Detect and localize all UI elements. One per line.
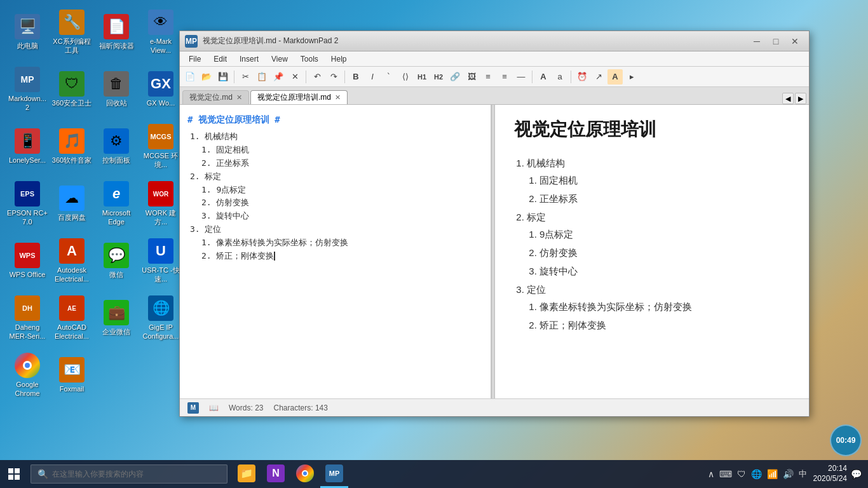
toolbar-olist[interactable]: ≡ (497, 69, 512, 85)
desktop-icon-360guard[interactable]: 🛡 360安全卫士 (50, 62, 94, 116)
menu-view[interactable]: View (265, 53, 294, 65)
taskbar-tray-icons: ∧ ⌨ 🛡 🌐 📶 🔊 中 (708, 468, 807, 480)
toolbar-bold[interactable]: B (348, 69, 363, 85)
toolbar-sep-5 (571, 71, 571, 83)
tray-arrow[interactable]: ∧ (708, 469, 714, 479)
desktop-icon-gxword[interactable]: GX GX Wo... (139, 62, 183, 116)
desktop-icon-label: AutoCAD Electrical... (50, 323, 93, 340)
desktop-icon-foxmail[interactable]: 📧 Foxmail (50, 348, 94, 402)
menu-help[interactable]: Help (325, 53, 353, 65)
editor-pane[interactable]: # 视觉定位原理培训 # 1. 机械结构 1. 固定相机 2. 正坐标系 2. … (180, 105, 491, 398)
desktop-icon-label: e-Mark View... (139, 37, 182, 54)
taskbar-clock[interactable]: 20:14 2020/5/24 (813, 464, 847, 484)
taskbar-search-box[interactable]: 🔍 (31, 464, 227, 484)
desktop-icon-controlpanel[interactable]: ⚙ 控制面板 (94, 119, 139, 173)
toolbar-highlight[interactable]: A (607, 69, 623, 85)
toolbar-export[interactable]: ↗ (591, 69, 606, 85)
editor-line: 3. 旋转中心 (201, 210, 483, 223)
tab-visual-pos[interactable]: 视觉定位.md ✕ (182, 90, 249, 104)
desktop-icon-computer[interactable]: 🖥️ 此电脑 (5, 5, 50, 59)
toolbar-open[interactable]: 📂 (199, 69, 214, 85)
desktop-icon-lonelyscreen[interactable]: 📱 LonelySer... (5, 119, 50, 173)
desktop-icon-epson[interactable]: EPS EPSON RC+ 7.0 (5, 177, 50, 231)
tray-notification[interactable]: 💬 (851, 469, 862, 479)
desktop-icon-work[interactable]: WOR WORK 建方... (139, 177, 183, 231)
statusbar-chars: Characters: 143 (274, 403, 328, 412)
editor-line: 2. 矫正；刚体变换 (201, 250, 483, 263)
tray-shield-360: 🛡 (737, 469, 746, 479)
toolbar-image[interactable]: 🖼 (464, 69, 479, 85)
desktop-icon-mcgse[interactable]: MCGS MCGSE 环境... (139, 119, 183, 173)
toolbar-link[interactable]: 🔗 (447, 69, 463, 85)
desktop-icon-dahua[interactable]: DH Daheng MER-Seri... (5, 291, 50, 345)
toolbar-italic[interactable]: I (365, 69, 380, 85)
toolbar-copy[interactable]: 📋 (254, 69, 269, 85)
maximize-button[interactable]: □ (767, 34, 785, 48)
desktop-icon-autocad-elec[interactable]: AE AutoCAD Electrical... (50, 291, 94, 345)
tab-nav-next[interactable]: ▶ (795, 93, 806, 104)
toolbar-undo[interactable]: ↶ (309, 69, 325, 85)
desktop-icon-label: 360软件音家 (52, 156, 92, 165)
markdownpad-taskbar-icon: MP (325, 464, 343, 482)
tray-lang[interactable]: 中 (799, 468, 807, 480)
desktop-icon-pdf-reader[interactable]: 📄 福昕阅读器 (94, 5, 139, 59)
tab-close-2[interactable]: ✕ (335, 93, 341, 102)
close-button[interactable]: ✕ (786, 34, 804, 48)
start-button[interactable] (0, 460, 28, 488)
svg-rect-2 (8, 475, 13, 480)
toolbar-h2[interactable]: H2 (431, 69, 446, 85)
tab-training[interactable]: 视觉定位原理培训.md ✕ (250, 90, 348, 104)
desktop-icon-qiyewx[interactable]: 💼 企业微信 (94, 291, 139, 345)
toolbar-code[interactable]: ` (381, 69, 397, 85)
desktop-icon-360music[interactable]: 🎵 360软件音家 (50, 119, 94, 173)
taskbar-app-onenote[interactable]: N (262, 460, 290, 488)
toolbar-h1[interactable]: H1 (414, 69, 430, 85)
minimize-button[interactable]: ─ (748, 34, 766, 48)
menu-tools[interactable]: Tools (294, 53, 325, 65)
editor-line: 1. 固定相机 (201, 144, 483, 157)
toolbar-more[interactable]: ▸ (624, 69, 639, 85)
toolbar-hr[interactable]: — (513, 69, 529, 85)
toolbar-delete[interactable]: ✕ (287, 69, 302, 85)
desktop-icon-wps[interactable]: WPS WPS Office (5, 234, 50, 288)
taskbar-search-input[interactable] (52, 470, 220, 478)
desktop-icon-usrtc[interactable]: U USR-TC -快速... (139, 234, 183, 288)
preview-item: 矫正；刚体变换 (539, 316, 790, 334)
toolbar-codeblock[interactable]: ⟨⟩ (398, 69, 413, 85)
desktop-icon-baidu[interactable]: ☁ 百度网盘 (50, 177, 94, 231)
menu-file[interactable]: File (182, 53, 207, 65)
menu-edit[interactable]: Edit (207, 53, 233, 65)
desktop-icon-emarkview[interactable]: 👁 e-Mark View... (139, 5, 183, 59)
desktop-icons-area: 🖥️ 此电脑 🔧 XC系列编程工具 📄 福昕阅读器 👁 e-Mark View.… (0, 0, 178, 394)
taskbar-app-explorer[interactable]: 📁 (233, 460, 261, 488)
toolbar-cut[interactable]: ✂ (238, 69, 253, 85)
taskbar-app-markdownpad[interactable]: MP (320, 460, 348, 488)
menu-insert[interactable]: Insert (233, 53, 265, 65)
toolbar-sep-3 (344, 71, 345, 83)
toolbar-timestamp[interactable]: ⏰ (574, 69, 590, 85)
toolbar-new[interactable]: 📄 (182, 69, 198, 85)
preview-item: 仿射变换 (539, 244, 790, 261)
desktop-icon-edge[interactable]: e Microsoft Edge (94, 177, 139, 231)
toolbar-save[interactable]: 💾 (215, 69, 231, 85)
preview-item: 9点标定 (539, 226, 790, 243)
toolbar-font-big[interactable]: A (536, 69, 551, 85)
desktop-icon-autodesk[interactable]: A Autodesk Electrical... (50, 234, 94, 288)
desktop-icon-xc-tools[interactable]: 🔧 XC系列编程工具 (50, 5, 94, 59)
toolbar-redo[interactable]: ↷ (326, 69, 341, 85)
desktop-icon-markdownpad[interactable]: MP Markdown... 2 (5, 62, 50, 116)
desktop-icon-chrome[interactable]: Google Chrome (5, 348, 50, 402)
desktop-icon-label: WPS Office (10, 271, 46, 279)
tab-nav-prev[interactable]: ◀ (782, 93, 794, 104)
toolbar-sep-4 (532, 71, 532, 83)
toolbar-ulist[interactable]: ≡ (480, 69, 496, 85)
clock-date: 2020/5/24 (813, 474, 847, 484)
toolbar-font-small[interactable]: a (552, 69, 567, 85)
toolbar-paste[interactable]: 📌 (271, 69, 286, 85)
desktop-icon-gige[interactable]: 🌐 GigE IP Configura... (139, 291, 183, 345)
desktop-icon-wechat[interactable]: 💬 微信 (94, 234, 139, 288)
taskbar-app-chrome[interactable] (291, 460, 319, 488)
desktop-icon-recycle[interactable]: 🗑 回收站 (94, 62, 139, 116)
tray-wifi: 📶 (767, 469, 778, 479)
tab-close-1[interactable]: ✕ (236, 93, 242, 102)
